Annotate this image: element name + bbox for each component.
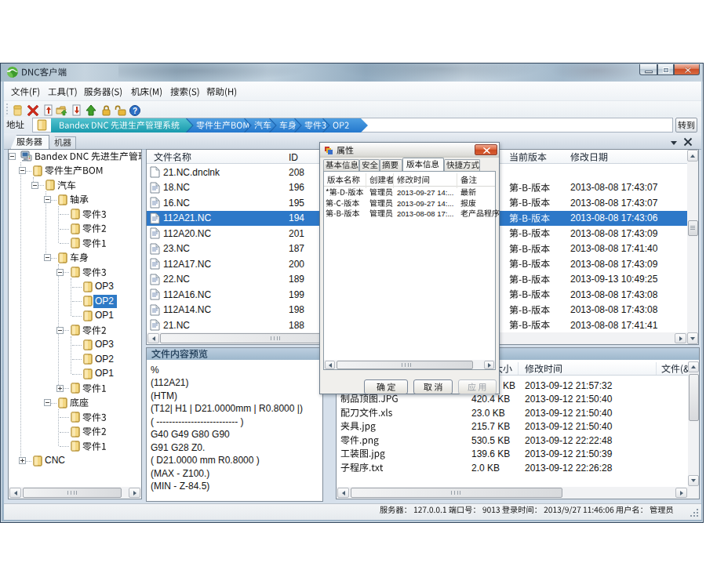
svg-text:?: ? — [133, 107, 137, 115]
